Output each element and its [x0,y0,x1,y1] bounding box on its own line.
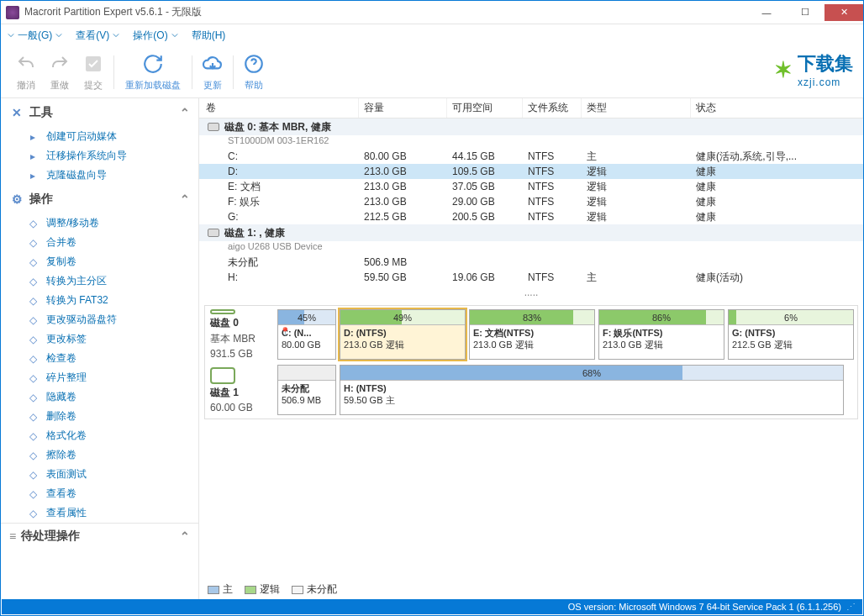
pending-section-header[interactable]: ≡ 待处理操作⌃ [1,523,198,549]
ops-item-11[interactable]: ◇格式化卷 [1,426,198,445]
window-controls: — ☐ ✕ [747,4,863,21]
bullet-icon: ◇ [26,352,40,366]
disk-icon [208,123,219,131]
redo-button[interactable]: 重做 [43,52,76,92]
chevron-up-icon: ⌃ [180,192,190,206]
tools-item-0[interactable]: ▸创建可启动媒体 [1,127,198,146]
more-indicator: ..... [199,285,863,300]
bullet-icon: ▸ [26,150,40,163]
table-header: 卷 容量 可用空间 文件系统 类型 状态 [199,98,863,118]
bullet-icon: ▸ [26,169,40,182]
ops-item-9[interactable]: ◇隐藏卷 [1,387,198,407]
close-button[interactable]: ✕ [824,4,863,21]
tools-item-1[interactable]: ▸迁移操作系统向导 [1,146,198,166]
col-fs[interactable]: 文件系统 [523,98,582,118]
ops-item-13[interactable]: ◇表面测试 [1,465,198,484]
tools-item-2[interactable]: ▸克隆磁盘向导 [1,166,198,185]
undo-button[interactable]: 撤消 [9,52,43,92]
col-status[interactable]: 状态 [691,98,863,118]
bullet-icon: ◇ [26,507,40,520]
content: 卷 容量 可用空间 文件系统 类型 状态 磁盘 0: 基本 MBR, 健康ST1… [199,98,863,600]
menu-view[interactable]: 查看(V) [76,29,119,43]
bullet-icon: ◇ [26,275,40,288]
bullet-icon: ◇ [26,333,40,346]
ops-item-2[interactable]: ◇复制卷 [1,252,198,271]
refresh-button[interactable]: 更新 [196,52,229,92]
bullet-icon: ◇ [26,294,40,308]
ops-section-header[interactable]: ⚙ 操作⌃ [1,185,198,213]
bullet-icon: ◇ [26,410,40,424]
partition-block[interactable]: 未分配506.9 MB [277,365,336,415]
ops-item-10[interactable]: ◇删除卷 [1,407,198,426]
table-row[interactable]: 未分配506.9 MB [199,255,863,270]
maximize-button[interactable]: ☐ [786,4,824,21]
table-row[interactable]: D:213.0 GB109.5 GBNTFS逻辑健康 [199,164,863,179]
tools-section-header[interactable]: ✕ 工具⌃ [1,98,198,127]
disk-graphic-row: 磁盘 160.00 GB未分配506.9 MB68%H: (NTFS)59.50… [208,365,854,415]
table-row[interactable]: C:80.00 GB44.15 GBNTFS主健康(活动,系统,引导,... [199,149,863,164]
col-type[interactable]: 类型 [582,98,691,118]
ops-item-0[interactable]: ◇调整/移动卷 [1,213,198,233]
table-row[interactable]: E: 文档213.0 GB37.05 GBNTFS逻辑健康 [199,179,863,194]
partition-block[interactable]: 68%H: (NTFS)59.50 GB 主 [340,365,844,415]
disk-info[interactable]: 磁盘 0基本 MBR931.5 GB [208,309,277,360]
bullet-icon: ◇ [26,468,40,482]
table-row[interactable]: G:212.5 GB200.5 GBNTFS逻辑健康 [199,209,863,224]
partition-block[interactable]: 83%E: 文档(NTFS)213.0 GB 逻辑 [469,309,595,360]
ops-item-3[interactable]: ◇转换为主分区 [1,271,198,291]
partition-block[interactable]: 6%G: (NTFS)212.5 GB 逻辑 [728,309,854,360]
menu-operate[interactable]: 操作(O) [133,29,177,43]
cloud-down-icon [201,52,224,76]
col-capacity[interactable]: 容量 [359,98,447,118]
bullet-icon: ◇ [26,371,40,385]
table-row[interactable]: H:59.50 GB19.06 GBNTFS主健康(活动) [199,270,863,285]
pin-icon: 📍 [280,327,290,336]
disk-header[interactable]: 磁盘 0: 基本 MBR, 健康 [199,118,863,135]
bullet-icon: ▸ [26,130,40,144]
os-version-text: OS version: Microsoft Windows 7 64-bit S… [568,602,841,612]
col-volume[interactable]: 卷 [199,98,359,118]
ops-item-6[interactable]: ◇更改标签 [1,329,198,349]
ops-item-1[interactable]: ◇合并卷 [1,233,198,252]
toolbar-separator [233,55,234,89]
reload-button[interactable]: 重新加载磁盘 [118,52,188,92]
disk-graphic-area: 磁盘 0基本 MBR931.5 GB45%📍C: (N...80.00 GB49… [204,305,858,419]
ops-item-12[interactable]: ◇擦除卷 [1,445,198,465]
disk-header[interactable]: 磁盘 1: , 健康 [199,224,863,241]
resize-grip[interactable]: ⋰ [846,602,856,613]
legend-primary-swatch [208,586,219,594]
disk-icon [210,367,235,384]
chevron-up-icon: ⌃ [180,529,190,543]
ops-item-14[interactable]: ◇查看卷 [1,484,198,503]
commit-button[interactable]: 提交 [76,52,110,92]
gear-icon: ⚙ [9,192,24,206]
ops-item-7[interactable]: ◇检查卷 [1,349,198,368]
bullet-icon: ◇ [26,217,40,230]
col-free[interactable]: 可用空间 [447,98,523,118]
partition-block[interactable]: 86%F: 娱乐(NTFS)213.0 GB 逻辑 [598,309,724,360]
menu-help[interactable]: 帮助(H) [192,29,226,43]
minimize-button[interactable]: — [747,4,786,21]
disk-model: ST1000DM 003-1ER162 [199,135,863,149]
toolbar: 撤消 重做 提交 重新加载磁盘 更新 帮助 ✶ 下载集xzji.com [1,46,863,98]
ops-item-5[interactable]: ◇更改驱动器盘符 [1,310,198,329]
menu-general[interactable]: 一般(G) [8,29,62,43]
partition-block[interactable]: 49%D: (NTFS)213.0 GB 逻辑 [340,309,466,360]
logo: ✶ 下载集xzji.com [774,51,853,88]
ops-item-15[interactable]: ◇查看属性 [1,503,198,523]
reload-icon [141,52,165,76]
partition-table: 磁盘 0: 基本 MBR, 健康ST1000DM 003-1ER162C:80.… [199,118,863,285]
ops-item-8[interactable]: ◇碎片整理 [1,368,198,387]
legend-unalloc-swatch [292,586,303,594]
ops-item-4[interactable]: ◇转换为 FAT32 [1,291,198,310]
partition-block[interactable]: 45%📍C: (N...80.00 GB [277,309,336,360]
legend: 主 逻辑 未分配 [199,579,863,600]
disk-model: aigo U268 USB Device [199,241,863,255]
titlebar: Macrorit Partition Expert v5.6.1 - 无限版 —… [1,1,863,24]
help-button[interactable]: 帮助 [237,52,271,92]
statusbar: OS version: Microsoft Windows 7 64-bit S… [2,599,862,614]
disk-info[interactable]: 磁盘 160.00 GB [208,365,277,415]
toolbar-separator [192,55,192,89]
bullet-icon: ◇ [26,391,40,404]
table-row[interactable]: F: 娱乐213.0 GB29.00 GBNTFS逻辑健康 [199,194,863,209]
